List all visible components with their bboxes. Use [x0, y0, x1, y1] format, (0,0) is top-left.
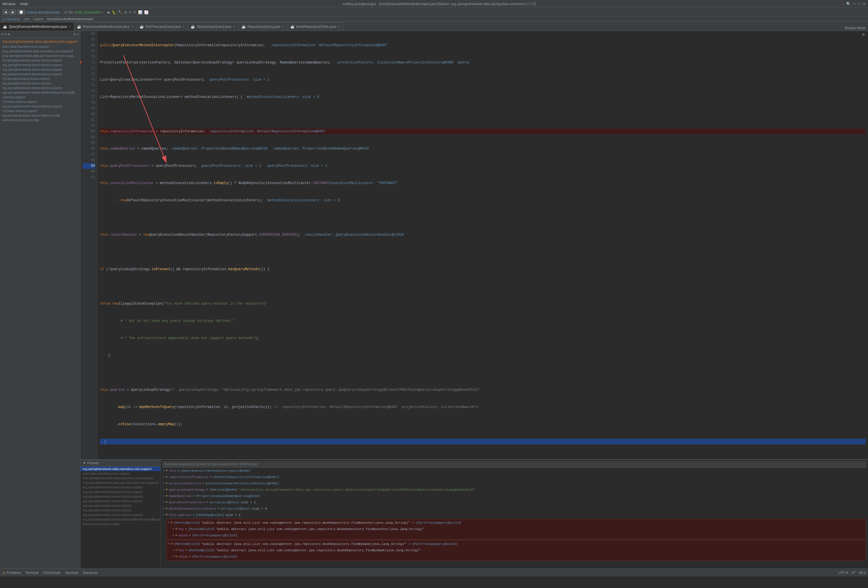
scroll-to-icon[interactable]: ⊙ [4, 32, 6, 37]
expand-entry2-icon[interactable] [168, 541, 170, 547]
query-entry-1-main[interactable]: ≡ {Method@11213} "public abstract java.u… [168, 520, 864, 526]
frame-item-10[interactable]: org.springframework.beans.factory [80, 508, 161, 513]
expand-mil-icon[interactable] [163, 506, 165, 511]
close-btn[interactable]: ✕ [862, 2, 866, 6]
debug-settings-icon[interactable]: ⚙ [861, 31, 866, 38]
breadcrumb-core[interactable]: core [24, 17, 30, 21]
expand-projfac-icon[interactable] [163, 481, 165, 486]
tab-close-4[interactable]: ✕ [233, 25, 235, 28]
query-entry-1-value[interactable]: ≡ value = {PartTreeJpaQuery@11214} [168, 532, 864, 539]
expand-all-icon[interactable]: ⊞ [7, 32, 9, 37]
frame-item-4[interactable]: {org.springframework.data.jpa.repository… [80, 480, 161, 485]
var-row-qls[interactable]: ≡ queryLookupStrategy = {Optional@8409} … [162, 487, 867, 493]
tab-bookrepotests[interactable]: ☕ BookRepositoryTests.java ✕ [288, 22, 343, 31]
sidebar-item-7[interactable]: org.springframework.beans.factory.suppor… [0, 67, 80, 72]
var-row-repinfo[interactable]: ≡ repositoryInformation = {DefaultReposi… [162, 474, 867, 480]
expand-qls-icon[interactable] [163, 487, 165, 492]
frame-item-11[interactable]: org.springframework.beans.factory.suppor… [80, 513, 161, 517]
sidebar-item-2[interactable]: ware.data.repository.core.support [0, 44, 80, 49]
var-row-qpp[interactable]: ≡ queryPostProcessors = {ArrayList@8411}… [162, 499, 867, 505]
frame-item-9[interactable]: org.springframework.beans.factory [80, 503, 161, 508]
frame-item-3[interactable]: {org.springframework.data.repository.cor… [80, 476, 161, 480]
tab-repomethodinvoker[interactable]: ☕ RepositoryMethodInvoker.java ✕ [74, 22, 136, 31]
sidebar-item-12[interactable]: org.springframework.beans.AbstractBeanFa… [0, 90, 80, 95]
sidebar-item-10[interactable]: org.springframework.beans.factory [0, 81, 80, 86]
var-row-this[interactable]: ≡ this = {QueryExecutorMethodInterceptor… [162, 468, 867, 474]
close-sidebar-icon[interactable]: ✕ [77, 32, 79, 37]
tab-queryexecutor[interactable]: ☕ QueryExecutorMethodInterceptor.java ✕ [0, 22, 74, 31]
expand-entry2-key-icon[interactable] [173, 548, 174, 553]
terminal-btn[interactable]: Terminal [25, 571, 38, 575]
sidebar-item-4[interactable]: {org.springframework.data.jpa.repository… [0, 53, 80, 58]
forward-button[interactable]: ▶ [10, 9, 16, 15]
expand-entry1-key-icon[interactable] [173, 527, 174, 532]
problems-btn[interactable]: ⚠ Problems [2, 571, 21, 575]
tab-parttreejpa[interactable]: ☕ PartTreeJpaQuery.java ✕ [137, 22, 188, 31]
sidebar-item-9[interactable]: Yy.springframework.beans.factory [0, 76, 80, 81]
checkstyle-btn[interactable]: CheckStyle [43, 571, 61, 575]
expand-repinfo-icon[interactable] [163, 474, 165, 480]
query-entry-2-main[interactable]: ≡ {Method@11215} "public abstract java.u… [168, 541, 864, 547]
var-row-queries[interactable]: ≡ this.queries = {HashMap@11281} size = … [162, 512, 867, 518]
maximize-btn[interactable]: □ [858, 2, 860, 6]
sidebar-item-15[interactable]: org.springframework.beans.factory.suppor… [0, 104, 80, 109]
run-icon[interactable]: ▶ [108, 10, 110, 14]
profile-icon[interactable]: 📈 [144, 10, 148, 14]
sidebar-item-14[interactable]: Yy.beans.factory.support [0, 99, 80, 104]
frame-item-7[interactable]: org.springframework.beans.factory.suppor… [80, 494, 161, 499]
filter-icon[interactable]: ▼ [83, 461, 86, 465]
query-entry-1-key[interactable]: ≡ key = {Method@11213} "public abstract … [168, 526, 864, 532]
code-scroll[interactable]: 66 67 68 69 70 71 72 73 74 75 76 77 78 [80, 31, 868, 459]
settings-icon[interactable]: ⚙ [124, 10, 127, 14]
frame-item-2[interactable]: ware.data.repository.core.support [80, 471, 161, 476]
collapse-icon[interactable]: ≡ [1, 33, 3, 37]
var-row-projfac[interactable]: ≡ projectionFactory = {CollectionAwarePr… [162, 480, 867, 487]
var-row-mil[interactable]: ≡ methodInvocationListeners = {ArrayList… [162, 505, 867, 512]
expand-entry1-icon[interactable] [168, 520, 170, 525]
tab-close-3[interactable]: ✕ [182, 25, 185, 28]
sidebar-item-16[interactable]: Yy.beans.factory.support [0, 109, 80, 113]
sidebar-item-3[interactable]: {org.springframework.data.repository.cor… [0, 49, 80, 53]
coverage-icon[interactable]: 📊 [138, 10, 142, 14]
tab-close-5[interactable]: ✕ [282, 25, 284, 28]
expand-nq-icon[interactable] [163, 493, 165, 499]
tab-abstractjpa[interactable]: ☕ AbstractJpaQuery.java ✕ [188, 22, 239, 31]
sidebar-item-11[interactable]: org.springframework.beans.factory.suppor… [0, 86, 80, 90]
frame-item-13[interactable]: work.beans.factory.config} [80, 522, 161, 526]
refresh-icon[interactable]: ↻ [129, 10, 132, 14]
query-entry-2-key[interactable]: ≡ key = {Method@11215} "public abstract … [168, 547, 864, 554]
breadcrumb-class[interactable]: QueryExecutorMethodInterceptor [47, 17, 94, 21]
sidebar-item-17[interactable]: org.springframework.beans.factory.config [0, 113, 80, 118]
sidebar-item-8[interactable]: org.springframework.beans.factory.suppor… [0, 72, 80, 76]
frame-item-6[interactable]: org.springframework.beans.factory.suppor… [80, 489, 161, 494]
expand-entry1-val-icon[interactable] [173, 533, 174, 538]
sonarlink-btn[interactable]: SonarLint [83, 571, 97, 575]
tab-close-6[interactable]: ✕ [338, 25, 340, 28]
menu-help[interactable]: Help [20, 2, 28, 6]
services-btn[interactable]: Services [65, 571, 78, 575]
reader-mode-button[interactable]: Reader Mode [843, 25, 868, 31]
sidebar-item-18[interactable]: work.beans.factory.config} [0, 118, 80, 122]
build-icon[interactable]: 🔨 [118, 10, 122, 14]
query-entry-2-value[interactable]: ≡ value = {PartTreeJpaQuery@11216} [168, 554, 864, 560]
tab-repoquery[interactable]: ☕ RepositoryQuery.java ✕ [239, 22, 288, 31]
minimize-btn[interactable]: ─ [853, 2, 856, 6]
tab-close-1[interactable]: ✕ [69, 25, 71, 28]
expand-this-icon[interactable] [163, 468, 165, 473]
expand-queries-icon[interactable] [163, 513, 165, 518]
frame-item-1[interactable]: org.springframework.data.repository.core… [80, 467, 161, 471]
expand-entry2-val-icon[interactable] [173, 554, 174, 559]
git-branch[interactable]: Git: book_successful ✓ [68, 10, 104, 14]
recent-files-button[interactable]: 🕐 [17, 9, 25, 15]
tab-close-2[interactable]: ✕ [131, 25, 133, 28]
breadcrumb-support[interactable]: support [33, 17, 44, 21]
sidebar-item-6[interactable]: org.springframework.beans.factory.suppor… [0, 63, 80, 67]
menu-window[interactable]: Window [2, 2, 16, 6]
gear-icon[interactable]: ⚙ [74, 32, 76, 37]
sidebar-item-5[interactable]: Ry.springbramework.beans.factory.support [0, 58, 80, 63]
frame-item-5[interactable]: org.springframework.beans.factory.suppor… [80, 485, 161, 489]
sidebar-item-13[interactable]: y.factory.support [0, 95, 80, 99]
sync-icon[interactable]: ⟳ [133, 10, 136, 14]
frame-item-8[interactable]: org.springframework.beans.factory.suppor… [80, 499, 161, 503]
debug-icon[interactable]: 🐛 [112, 10, 116, 14]
